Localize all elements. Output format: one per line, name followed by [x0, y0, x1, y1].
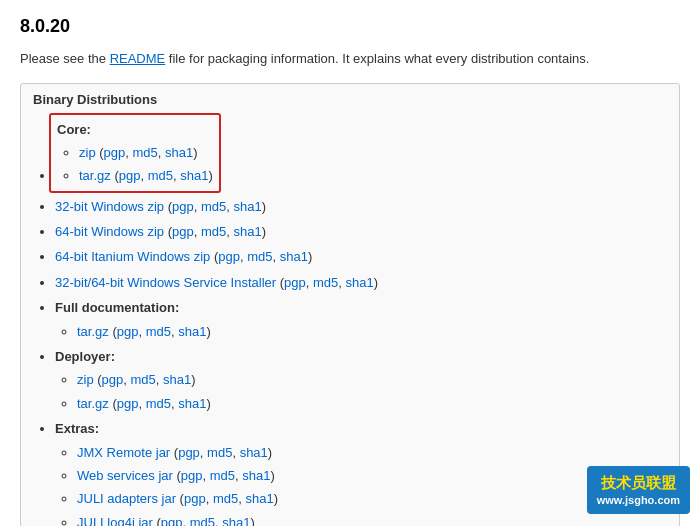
list-item-64win: 64-bit Windows zip (pgp, md5, sha1): [55, 220, 667, 243]
list-item: JMX Remote jar (pgp, md5, sha1): [77, 441, 667, 464]
win64-sha1[interactable]: sha1: [234, 224, 262, 239]
deployer-sub-list: zip (pgp, md5, sha1) tar.gz (pgp, md5, s…: [55, 368, 667, 415]
juli-log4j-link[interactable]: JULI log4j jar: [77, 515, 153, 526]
deployer-targz-md5[interactable]: md5: [146, 396, 171, 411]
readme-link[interactable]: README: [110, 51, 166, 66]
core-zip-sha1[interactable]: sha1: [165, 145, 193, 160]
fulldoc-pgp[interactable]: pgp: [117, 324, 139, 339]
fulldoc-sub-list: tar.gz (pgp, md5, sha1): [55, 320, 667, 343]
intro-after: file for packaging information. It expla…: [165, 51, 589, 66]
jmx-md5[interactable]: md5: [207, 445, 232, 460]
list-item: Web services jar (pgp, md5, sha1): [77, 464, 667, 487]
core-targz-link[interactable]: tar.gz: [79, 168, 111, 183]
core-targz-md5[interactable]: md5: [148, 168, 173, 183]
win64-md5[interactable]: md5: [201, 224, 226, 239]
fulldoc-md5[interactable]: md5: [146, 324, 171, 339]
list-item: tar.gz (pgp, md5, sha1): [77, 392, 667, 415]
watermark-line1: 技术员联盟: [597, 472, 680, 493]
juli-log4j-pgp[interactable]: pgp: [161, 515, 183, 526]
win64-pgp[interactable]: pgp: [172, 224, 194, 239]
webservices-pgp[interactable]: pgp: [181, 468, 203, 483]
list-item: tar.gz (pgp, md5, sha1): [79, 164, 213, 187]
juli-log4j-md5[interactable]: md5: [190, 515, 215, 526]
core-targz-sha1[interactable]: sha1: [180, 168, 208, 183]
core-zip-link[interactable]: zip: [79, 145, 96, 160]
service-sha1[interactable]: sha1: [346, 275, 374, 290]
itanium-pgp[interactable]: pgp: [218, 249, 240, 264]
core-zip-md5[interactable]: md5: [133, 145, 158, 160]
win32-md5[interactable]: md5: [201, 199, 226, 214]
distributions-list: Core: zip (pgp, md5, sha1) tar.gz (pgp, …: [33, 113, 667, 527]
watermark-line2: www.jsgho.com: [597, 493, 680, 508]
juli-adapters-md5[interactable]: md5: [213, 491, 238, 506]
webservices-md5[interactable]: md5: [210, 468, 235, 483]
list-item-itanium: 64-bit Itanium Windows zip (pgp, md5, sh…: [55, 245, 667, 268]
deployer-targz-sha1[interactable]: sha1: [178, 396, 206, 411]
fulldoc-label: Full documentation:: [55, 300, 179, 315]
webservices-sha1[interactable]: sha1: [242, 468, 270, 483]
jmx-sha1[interactable]: sha1: [240, 445, 268, 460]
deployer-zip-link[interactable]: zip: [77, 372, 94, 387]
juli-adapters-pgp[interactable]: pgp: [184, 491, 206, 506]
binary-distributions-section: Binary Distributions Core: zip (pgp, md5…: [20, 83, 680, 527]
page-title: 8.0.20: [20, 16, 680, 37]
list-item-fulldoc: Full documentation: tar.gz (pgp, md5, sh…: [55, 296, 667, 343]
service-installer-link[interactable]: 32-bit/64-bit Windows Service Installer: [55, 275, 276, 290]
itanium-zip-link[interactable]: 64-bit Itanium Windows zip: [55, 249, 210, 264]
win32-pgp[interactable]: pgp: [172, 199, 194, 214]
list-item: zip (pgp, md5, sha1): [77, 368, 667, 391]
juli-log4j-sha1[interactable]: sha1: [222, 515, 250, 526]
list-item-service-installer: 32-bit/64-bit Windows Service Installer …: [55, 271, 667, 294]
list-item-extras: Extras: JMX Remote jar (pgp, md5, sha1) …: [55, 417, 667, 526]
core-label: Core:: [57, 122, 91, 137]
itanium-sha1[interactable]: sha1: [280, 249, 308, 264]
webservices-link[interactable]: Web services jar: [77, 468, 173, 483]
list-item-core: Core: zip (pgp, md5, sha1) tar.gz (pgp, …: [55, 113, 667, 193]
fulldoc-targz-link[interactable]: tar.gz: [77, 324, 109, 339]
juli-adapters-link[interactable]: JULI adapters jar: [77, 491, 176, 506]
list-item-32win: 32-bit Windows zip (pgp, md5, sha1): [55, 195, 667, 218]
core-targz-pgp[interactable]: pgp: [119, 168, 141, 183]
list-item-deployer: Deployer: zip (pgp, md5, sha1) tar.gz (p…: [55, 345, 667, 415]
win64-zip-link[interactable]: 64-bit Windows zip: [55, 224, 164, 239]
section-title: Binary Distributions: [33, 92, 667, 107]
deployer-targz-pgp[interactable]: pgp: [117, 396, 139, 411]
deployer-zip-md5[interactable]: md5: [131, 372, 156, 387]
intro-text: Please see the README file for packaging…: [20, 49, 680, 69]
extras-label: Extras:: [55, 421, 99, 436]
deployer-targz-link[interactable]: tar.gz: [77, 396, 109, 411]
fulldoc-sha1[interactable]: sha1: [178, 324, 206, 339]
win32-sha1[interactable]: sha1: [234, 199, 262, 214]
list-item: JULI adapters jar (pgp, md5, sha1): [77, 487, 667, 510]
juli-adapters-sha1[interactable]: sha1: [245, 491, 273, 506]
itanium-md5[interactable]: md5: [247, 249, 272, 264]
deployer-zip-pgp[interactable]: pgp: [102, 372, 124, 387]
watermark: 技术员联盟 www.jsgho.com: [587, 466, 690, 514]
list-item: zip (pgp, md5, sha1): [79, 141, 213, 164]
win32-zip-link[interactable]: 32-bit Windows zip: [55, 199, 164, 214]
core-zip-pgp[interactable]: pgp: [104, 145, 126, 160]
service-md5[interactable]: md5: [313, 275, 338, 290]
deployer-label: Deployer:: [55, 349, 115, 364]
list-item: JULI log4j jar (pgp, md5, sha1): [77, 511, 667, 526]
service-pgp[interactable]: pgp: [284, 275, 306, 290]
jmx-pgp[interactable]: pgp: [178, 445, 200, 460]
core-sub-list: zip (pgp, md5, sha1) tar.gz (pgp, md5, s…: [57, 141, 213, 188]
deployer-zip-sha1[interactable]: sha1: [163, 372, 191, 387]
extras-sub-list: JMX Remote jar (pgp, md5, sha1) Web serv…: [55, 441, 667, 526]
intro-before: Please see the: [20, 51, 110, 66]
jmx-remote-link[interactable]: JMX Remote jar: [77, 445, 170, 460]
list-item: tar.gz (pgp, md5, sha1): [77, 320, 667, 343]
core-highlight-box: Core: zip (pgp, md5, sha1) tar.gz (pgp, …: [49, 113, 221, 193]
